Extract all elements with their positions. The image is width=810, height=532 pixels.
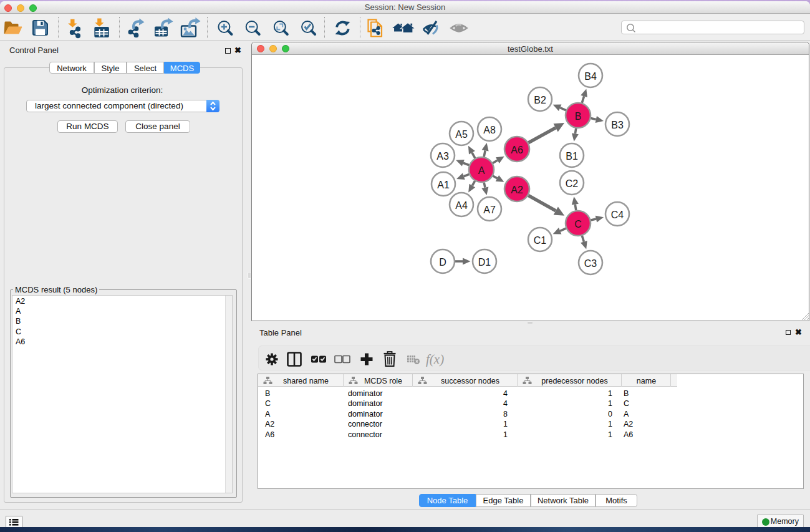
- svg-text:f(x): f(x): [426, 352, 444, 367]
- svg-text:C2: C2: [566, 178, 579, 189]
- svg-text:D1: D1: [478, 257, 491, 268]
- svg-text:D: D: [439, 257, 446, 268]
- svg-text:name: name: [637, 377, 656, 385]
- svg-text:A3: A3: [436, 151, 449, 162]
- svg-text:B: B: [575, 111, 582, 122]
- svg-text:A5: A5: [455, 129, 468, 140]
- svg-text:B2: B2: [534, 95, 546, 105]
- svg-text:A: A: [478, 165, 485, 176]
- svg-text:B1: B1: [566, 151, 578, 162]
- svg-text:C1: C1: [534, 235, 547, 246]
- svg-text:A1: A1: [437, 180, 450, 190]
- svg-text:C: C: [574, 219, 582, 230]
- svg-text:C3: C3: [584, 258, 597, 269]
- svg-text:A8: A8: [483, 125, 496, 135]
- svg-text:B3: B3: [611, 120, 624, 130]
- svg-text:A7: A7: [483, 205, 496, 215]
- svg-text:predecessor nodes: predecessor nodes: [541, 377, 607, 385]
- svg-text:C4: C4: [611, 210, 624, 220]
- svg-text:B4: B4: [584, 71, 597, 82]
- svg-text:A2: A2: [511, 185, 523, 195]
- svg-text:shared name: shared name: [283, 377, 329, 385]
- svg-text:A4: A4: [455, 200, 468, 211]
- svg-text:MCDS role: MCDS role: [364, 377, 402, 385]
- svg-text:successor nodes: successor nodes: [441, 377, 499, 385]
- svg-text:A6: A6: [511, 145, 523, 155]
